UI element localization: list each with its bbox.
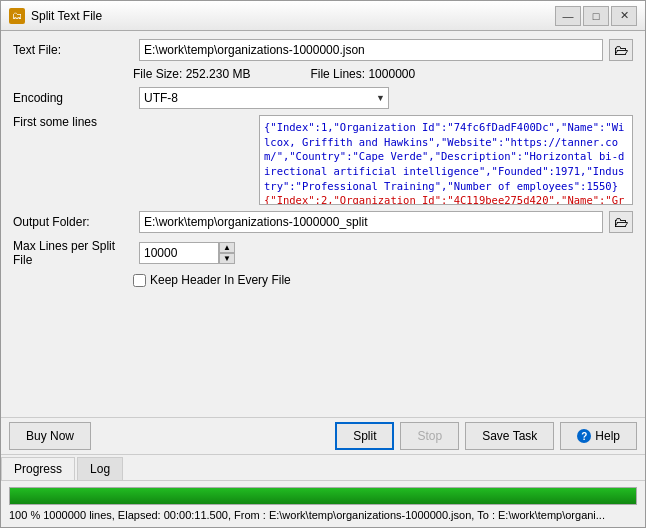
text-file-row: Text File: 🗁 <box>13 39 633 61</box>
encoding-select[interactable]: UTF-8 UTF-16 ASCII ISO-8859-1 <box>139 87 389 109</box>
help-label: Help <box>595 429 620 443</box>
text-file-browse-button[interactable]: 🗁 <box>609 39 633 61</box>
output-folder-browse-button[interactable]: 🗁 <box>609 211 633 233</box>
stop-button[interactable]: Stop <box>400 422 459 450</box>
text-file-input[interactable] <box>139 39 603 61</box>
main-window: 🗂 Split Text File — □ ✕ Text File: 🗁 Fil… <box>0 0 646 528</box>
spinner-down-button[interactable]: ▼ <box>219 253 235 264</box>
output-folder-row: Output Folder: 🗁 <box>13 211 633 233</box>
encoding-label: Encoding <box>13 91 133 105</box>
spinner-buttons: ▲ ▼ <box>219 242 235 264</box>
split-button[interactable]: Split <box>335 422 394 450</box>
help-button[interactable]: ? Help <box>560 422 637 450</box>
encoding-wrapper: UTF-8 UTF-16 ASCII ISO-8859-1 <box>139 87 389 109</box>
max-lines-row: Max Lines per Split File ▲ ▼ <box>13 239 633 267</box>
buy-now-button[interactable]: Buy Now <box>9 422 91 450</box>
save-task-button[interactable]: Save Task <box>465 422 554 450</box>
action-buttons-bar: Buy Now Split Stop Save Task ? Help <box>1 417 645 454</box>
progress-bar-fill <box>10 488 636 504</box>
max-lines-spinner: ▲ ▼ <box>139 242 235 264</box>
file-size-label: File Size: 252.230 MB <box>133 67 250 81</box>
tab-progress[interactable]: Progress <box>1 457 75 481</box>
close-button[interactable]: ✕ <box>611 6 637 26</box>
help-icon: ? <box>577 429 591 443</box>
preview-area: {"Index":1,"Organization Id":"74fc6fDadF… <box>259 115 633 205</box>
maximize-button[interactable]: □ <box>583 6 609 26</box>
app-icon: 🗂 <box>9 8 25 24</box>
file-lines-label: File Lines: 1000000 <box>310 67 415 81</box>
title-bar: 🗂 Split Text File — □ ✕ <box>1 1 645 31</box>
file-info-row: File Size: 252.230 MB File Lines: 100000… <box>133 67 633 81</box>
window-title: Split Text File <box>31 9 555 23</box>
minimize-button[interactable]: — <box>555 6 581 26</box>
tabs-bar: Progress Log <box>1 454 645 480</box>
output-folder-input[interactable] <box>139 211 603 233</box>
tab-log[interactable]: Log <box>77 457 123 480</box>
max-lines-input[interactable] <box>139 242 219 264</box>
keep-header-row: Keep Header In Every File <box>133 273 633 287</box>
preview-text: {"Index":1,"Organization Id":"74fc6fDadF… <box>264 120 628 205</box>
progress-section: 100 % 1000000 lines, Elapsed: 00:00:11.5… <box>1 480 645 527</box>
encoding-row: Encoding UTF-8 UTF-16 ASCII ISO-8859-1 <box>13 87 633 109</box>
text-file-label: Text File: <box>13 43 133 57</box>
keep-header-label: Keep Header In Every File <box>150 273 291 287</box>
progress-status: 100 % 1000000 lines, Elapsed: 00:00:11.5… <box>9 509 637 521</box>
main-content: Text File: 🗁 File Size: 252.230 MB File … <box>1 31 645 417</box>
spinner-up-button[interactable]: ▲ <box>219 242 235 253</box>
progress-bar-container <box>9 487 637 505</box>
max-lines-label: Max Lines per Split File <box>13 239 133 267</box>
output-folder-label: Output Folder: <box>13 215 133 229</box>
keep-header-checkbox[interactable] <box>133 274 146 287</box>
first-lines-label: First some lines <box>13 115 133 129</box>
preview-row: First some lines {"Index":1,"Organizatio… <box>13 115 633 205</box>
window-controls: — □ ✕ <box>555 6 637 26</box>
